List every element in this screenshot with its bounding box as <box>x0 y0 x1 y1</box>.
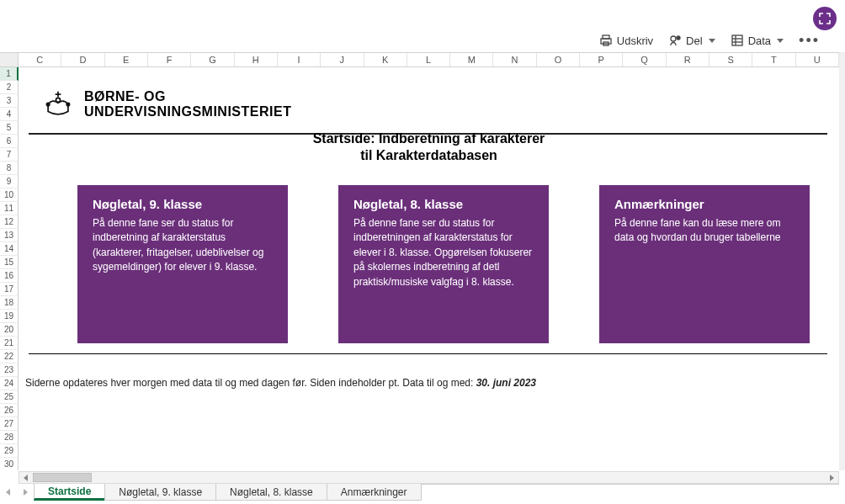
sheet-content: BØRNE- OG UNDERVISNINGSMINISTERIET Start… <box>19 67 839 470</box>
tab-strip-rest <box>422 484 840 501</box>
scroll-track[interactable] <box>33 472 825 483</box>
row-header[interactable]: 25 <box>0 390 19 404</box>
scroll-thumb[interactable] <box>33 473 92 482</box>
column-header[interactable]: H <box>235 53 278 66</box>
card-body: På denne fane ser du status for indberet… <box>353 216 534 289</box>
select-all-cell[interactable] <box>0 53 19 66</box>
ministry-name-line1: BØRNE- OG <box>84 89 291 104</box>
card-nogletal-9[interactable]: Nøgletal, 9. klasse På denne fane ser du… <box>77 185 288 343</box>
sheet-tab[interactable]: Startside <box>34 484 105 501</box>
row-header[interactable]: 4 <box>0 108 19 121</box>
row-header[interactable]: 5 <box>0 121 19 135</box>
column-header[interactable]: F <box>148 53 191 66</box>
ministry-logo-block: BØRNE- OG UNDERVISNINGSMINISTERIET <box>44 89 291 120</box>
row-header[interactable]: 8 <box>0 162 19 175</box>
column-header[interactable]: O <box>537 53 580 66</box>
column-header[interactable]: E <box>105 53 148 66</box>
sheet-tab[interactable]: Anmærkninger <box>327 484 422 501</box>
row-header[interactable]: 3 <box>0 94 19 108</box>
column-header[interactable]: K <box>364 53 407 66</box>
page-title-line2: til Karakterdatabasen <box>19 148 839 163</box>
column-header-row: CDEFGHIJKLMNOPQRSTU <box>0 52 839 67</box>
column-header[interactable]: L <box>407 53 450 66</box>
column-header[interactable]: P <box>580 53 623 66</box>
row-header[interactable]: 6 <box>0 135 19 148</box>
more-button[interactable]: ••• <box>799 36 820 45</box>
column-header[interactable]: T <box>752 53 795 66</box>
svg-marker-19 <box>24 489 28 496</box>
column-header[interactable]: N <box>493 53 536 66</box>
bottom-rule <box>29 353 827 354</box>
row-header[interactable]: 11 <box>0 202 19 215</box>
row-header[interactable]: 14 <box>0 242 19 256</box>
column-header[interactable]: D <box>61 53 104 66</box>
data-icon <box>731 34 744 47</box>
chevron-down-icon <box>777 39 784 43</box>
row-header[interactable]: 28 <box>0 431 19 444</box>
svg-rect-7 <box>732 35 742 45</box>
print-label: Udskriv <box>617 34 653 47</box>
tab-nav-prev[interactable] <box>0 484 17 501</box>
row-header[interactable]: 15 <box>0 256 19 269</box>
share-button[interactable]: Del <box>668 34 715 47</box>
column-header[interactable]: U <box>796 53 839 66</box>
svg-marker-16 <box>24 475 28 481</box>
page-title-line1: Startside: Indberetning af karakterer <box>19 131 839 146</box>
ministry-name: BØRNE- OG UNDERVISNINGSMINISTERIET <box>84 89 291 120</box>
row-header[interactable]: 9 <box>0 175 19 188</box>
row-header[interactable]: 27 <box>0 417 19 431</box>
row-header[interactable]: 30 <box>0 458 19 470</box>
row-header[interactable]: 26 <box>0 404 19 417</box>
card-title: Anmærkninger <box>614 197 795 211</box>
print-icon <box>599 34 613 47</box>
expand-button[interactable] <box>813 7 837 30</box>
sheet-tab-strip: StartsideNøgletal, 9. klasseNøgletal, 8.… <box>0 484 839 501</box>
card-body: På denne fane ser du status for indberet… <box>93 216 273 275</box>
row-header[interactable]: 10 <box>0 188 19 202</box>
scroll-left-button[interactable] <box>19 472 33 483</box>
triangle-right-icon <box>828 475 835 481</box>
row-header[interactable]: 16 <box>0 269 19 283</box>
update-note-date: 30. juni 2023 <box>476 377 536 389</box>
row-header[interactable]: 7 <box>0 148 19 162</box>
row-header[interactable]: 2 <box>0 81 19 94</box>
scroll-right-button[interactable] <box>825 472 838 483</box>
card-row: Nøgletal, 9. klasse På denne fane ser du… <box>77 185 814 343</box>
column-header[interactable]: M <box>450 53 493 66</box>
row-header[interactable]: 18 <box>0 296 19 310</box>
data-button[interactable]: Data <box>731 34 784 47</box>
toolbar: Udskriv Del Data ••• <box>0 29 845 52</box>
vertical-scrollbar[interactable] <box>839 52 845 470</box>
triangle-left-icon <box>5 489 12 496</box>
update-note-prefix: Siderne opdateres hver morgen med data t… <box>25 377 476 389</box>
svg-point-15 <box>66 103 69 106</box>
print-button[interactable]: Udskriv <box>599 34 653 47</box>
tab-nav-next[interactable] <box>17 484 34 501</box>
column-header[interactable]: J <box>321 53 364 66</box>
column-header[interactable]: G <box>191 53 234 66</box>
svg-marker-17 <box>830 475 834 481</box>
card-anmaerkninger[interactable]: Anmærkninger På denne fane kan du læse m… <box>599 185 810 343</box>
column-header[interactable]: S <box>709 53 752 66</box>
svg-marker-18 <box>6 489 10 496</box>
row-header[interactable]: 22 <box>0 350 19 363</box>
card-nogletal-8[interactable]: Nøgletal, 8. klasse På denne fane ser du… <box>338 185 549 343</box>
column-header[interactable]: R <box>667 53 709 66</box>
row-header[interactable]: 19 <box>0 310 19 323</box>
row-header[interactable]: 1 <box>0 67 19 81</box>
column-header[interactable]: Q <box>623 53 666 66</box>
sheet-tab[interactable]: Nøgletal, 8. klasse <box>215 484 327 501</box>
column-header[interactable]: I <box>278 53 321 66</box>
row-header[interactable]: 24 <box>0 377 19 390</box>
row-header[interactable]: 13 <box>0 229 19 242</box>
row-header[interactable]: 21 <box>0 337 19 350</box>
row-header[interactable]: 23 <box>0 363 19 377</box>
column-header[interactable]: C <box>19 53 61 66</box>
row-header[interactable]: 17 <box>0 283 19 296</box>
row-header[interactable]: 12 <box>0 215 19 229</box>
row-header[interactable]: 20 <box>0 323 19 337</box>
sheet-tab[interactable]: Nøgletal, 9. klasse <box>104 484 216 501</box>
row-header[interactable]: 29 <box>0 444 19 458</box>
svg-point-14 <box>46 103 49 106</box>
horizontal-scrollbar[interactable] <box>19 471 839 484</box>
